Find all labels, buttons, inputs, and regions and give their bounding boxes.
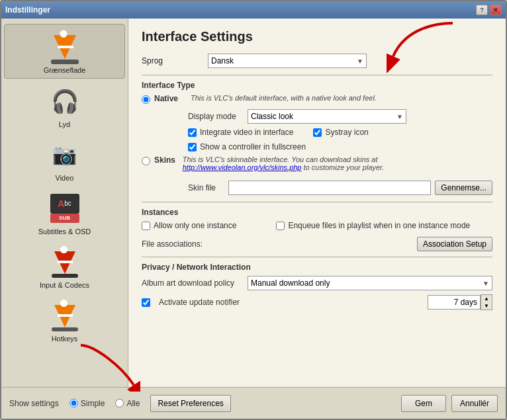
input-icon (45, 243, 85, 280)
checks-row-1: Integrate video in interface Systray ico… (188, 128, 492, 140)
skins-desc-container: This is VLC's skinnable interface. You c… (183, 155, 492, 171)
association-setup-button[interactable]: Association Setup (417, 237, 492, 251)
days-value: 7 days (454, 298, 477, 307)
instances-section: Instances Allow only one instance Enqueu… (142, 208, 492, 233)
days-input[interactable]: 7 days (428, 295, 481, 310)
native-radio[interactable] (142, 95, 150, 104)
sidebar-item-graenseflade[interactable]: Grænseflade (4, 24, 125, 79)
privacy-section: Privacy / Network Interaction Album art … (142, 263, 492, 310)
browse-button[interactable]: Gennemse... (435, 181, 492, 195)
show-settings-label: Show settings (9, 399, 59, 408)
main-content: Interface Settings Sprog Dansk ▼ Interfa… (128, 19, 506, 387)
days-up-button[interactable]: ▲ (481, 295, 492, 302)
skins-radio-row: Skins This is VLC's skinnable interface.… (142, 155, 492, 175)
enqueue-row: Enqueue files in playlist when in one in… (276, 221, 470, 230)
display-mode-value: Classic look (251, 112, 293, 121)
days-down-button[interactable]: ▼ (481, 302, 492, 310)
simple-option: Simple (69, 399, 105, 408)
skin-file-input[interactable] (228, 181, 431, 195)
allow-one-instance-row: Allow only one instance (142, 221, 236, 230)
lyd-icon: 🎧 (45, 83, 85, 119)
update-notifier-checkbox[interactable] (142, 298, 150, 307)
simple-label: Simple (81, 399, 105, 408)
sidebar-item-input-label: Input & Codecs (40, 281, 89, 289)
gem-button[interactable]: Gem (401, 395, 446, 412)
days-container: 7 days ▲ ▼ (428, 294, 492, 310)
show-settings-radio-group: Simple Alle (69, 399, 140, 408)
alle-radio[interactable] (115, 399, 124, 407)
native-label: Native (154, 94, 191, 103)
sidebar-item-graenseflade-label: Grænseflade (44, 66, 86, 74)
sidebar-item-subtitles[interactable]: Abc SUB Subtitles & OSD (4, 186, 125, 239)
systray-checkbox[interactable] (313, 128, 322, 137)
allow-one-instance-label: Allow only one instance (154, 221, 236, 230)
native-desc: This is VLC's default interface, with a … (191, 94, 492, 102)
album-art-row: Album art download policy Manual downloa… (142, 276, 492, 290)
sidebar: Grænseflade 🎧 Lyd 📷 Video (1, 19, 128, 387)
fullscreen-row: Show a controller in fullscreen (188, 142, 492, 151)
title-bar-buttons: ? ✕ (476, 5, 502, 15)
sidebar-item-video[interactable]: 📷 Video (4, 132, 125, 186)
sidebar-item-input[interactable]: Input & Codecs (4, 239, 125, 293)
divider-3 (142, 257, 492, 257)
enqueue-label: Enqueue files in playlist when in one in… (288, 221, 470, 230)
skin-file-row: Skin file Gennemse... (188, 181, 492, 195)
display-mode-row: Display mode Classic look ▼ (188, 109, 492, 124)
subtitles-icon: Abc SUB (45, 190, 85, 226)
sprog-value: Dansk (211, 56, 234, 65)
skins-desc-text: This is VLC's skinnable interface. You c… (183, 155, 378, 163)
systray-row: Systray icon (313, 128, 368, 137)
sidebar-item-lyd[interactable]: 🎧 Lyd (4, 79, 125, 132)
divider-2 (142, 202, 492, 202)
allow-one-instance-checkbox[interactable] (142, 222, 150, 230)
album-combo-arrow: ▼ (483, 280, 489, 287)
instances-label: Instances (142, 208, 492, 217)
alle-label: Alle (126, 399, 140, 408)
sidebar-item-video-label: Video (56, 174, 74, 182)
main-window: Indstillinger ? ✕ (0, 0, 507, 420)
close-button[interactable]: ✕ (490, 5, 502, 15)
hotkeys-icon (45, 297, 85, 333)
enqueue-checkbox[interactable] (276, 222, 285, 230)
display-mode-section: Display mode Classic look ▼ Integrate vi… (188, 109, 492, 151)
sidebar-item-hotkeys-label: Hotkeys (52, 335, 78, 343)
instances-row: Allow only one instance Enqueue files in… (142, 221, 492, 233)
sprog-combo-arrow: ▼ (357, 58, 363, 65)
graenseflade-icon (45, 28, 85, 65)
sprog-row: Sprog Dansk ▼ (142, 54, 492, 68)
sprog-combo[interactable]: Dansk ▼ (208, 54, 367, 68)
page-title: Interface Settings (142, 29, 492, 44)
bottom-bar: Show settings Simple Alle Reset Preferen… (1, 387, 506, 419)
window-title: Indstillinger (5, 5, 50, 15)
help-button[interactable]: ? (476, 5, 488, 15)
systray-label: Systray icon (325, 128, 368, 137)
video-icon: 📷 (45, 136, 85, 173)
skins-url-link[interactable]: http://www.videolan.org/vlc/skins.php (183, 163, 302, 171)
fullscreen-checkbox[interactable] (188, 143, 197, 151)
integrate-video-label: Integrate video in interface (200, 128, 293, 137)
album-art-label: Album art download policy (142, 278, 248, 288)
divider-1 (142, 75, 492, 75)
skin-file-label: Skin file (188, 183, 224, 192)
fullscreen-label: Show a controller in fullscreen (200, 142, 306, 151)
skins-url-suffix: to customize your player. (304, 163, 385, 171)
integrate-video-checkbox[interactable] (188, 128, 197, 137)
sprog-label: Sprog (142, 56, 208, 65)
title-bar: Indstillinger ? ✕ (1, 1, 506, 19)
sidebar-item-hotkeys[interactable]: Hotkeys (4, 293, 125, 347)
skins-radio[interactable] (142, 157, 150, 165)
update-row: Activate update notifier 7 days ▲ ▼ (142, 294, 492, 310)
display-combo-arrow: ▼ (396, 113, 403, 120)
window-body: Grænseflade 🎧 Lyd 📷 Video (1, 19, 506, 387)
skins-label: Skins (154, 155, 183, 165)
file-assoc-row: File associations: Association Setup (142, 237, 492, 251)
annuller-button[interactable]: Annullér (451, 395, 498, 412)
album-art-value: Manual download only (251, 278, 330, 288)
simple-radio[interactable] (69, 399, 78, 407)
display-mode-label: Display mode (188, 112, 248, 121)
integrate-video-row: Integrate video in interface (188, 128, 293, 137)
album-art-combo[interactable]: Manual download only ▼ (248, 276, 492, 290)
alle-option: Alle (115, 399, 140, 408)
display-mode-combo[interactable]: Classic look ▼ (248, 109, 406, 124)
reset-preferences-button[interactable]: Reset Preferences (150, 395, 230, 412)
